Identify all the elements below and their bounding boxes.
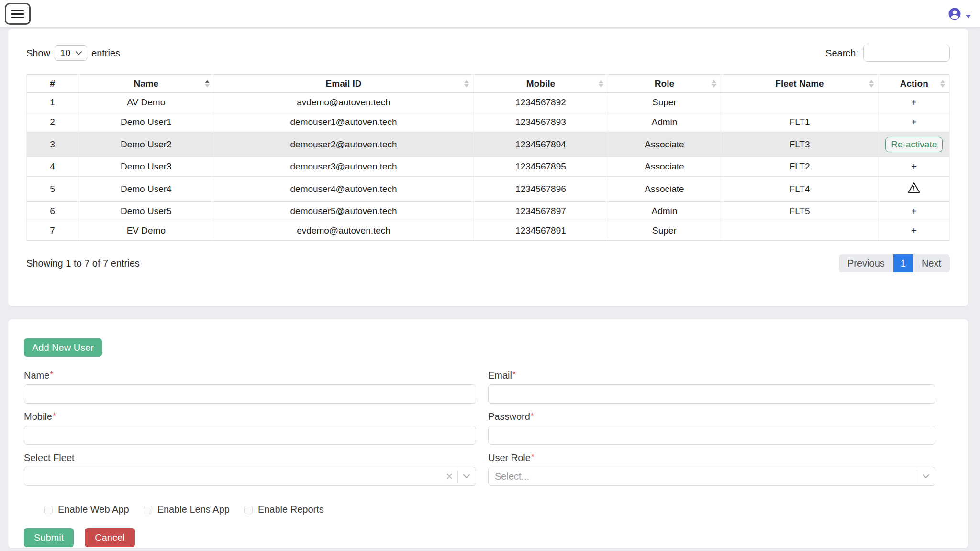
user-role-select[interactable]: Select... xyxy=(488,467,935,486)
checkbox-group-enable-web-app[interactable]: Enable Web App xyxy=(44,504,129,515)
users-table: #NameEmail IDMobileRoleFleet NameAction … xyxy=(26,74,950,241)
name-input[interactable] xyxy=(24,384,476,404)
checkbox-enable-lens-app[interactable] xyxy=(144,506,152,514)
cell-mobile: 1234567895 xyxy=(473,157,608,177)
required-marker: * xyxy=(531,452,535,461)
expand-row-button[interactable]: + xyxy=(907,97,921,108)
cell-email: evdemo@autoven.tech xyxy=(214,221,473,241)
expand-row-button[interactable]: + xyxy=(907,117,921,128)
cell-name: Demo User2 xyxy=(78,132,214,157)
cell-fleet: FLT2 xyxy=(721,157,879,177)
cell-action: + xyxy=(879,93,950,112)
add-new-user-button[interactable]: Add New User xyxy=(24,338,102,357)
expand-row-button[interactable]: + xyxy=(907,206,921,217)
table-header-row: #NameEmail IDMobileRoleFleet NameAction xyxy=(27,75,950,93)
checkbox-group-enable-reports[interactable]: Enable Reports xyxy=(244,504,324,515)
table-row: 6Demo User5demouser5@autoven.tech1234567… xyxy=(27,202,950,221)
row-number: 5 xyxy=(27,177,78,202)
page-size-select[interactable]: 10 xyxy=(55,45,87,61)
table-row: 5Demo User4demouser4@autoven.tech1234567… xyxy=(27,177,950,202)
cell-action: + xyxy=(879,112,950,132)
field-label: Email* xyxy=(488,370,935,381)
sort-asc-icon xyxy=(464,80,469,83)
clear-selection-icon[interactable]: × xyxy=(446,471,453,482)
cell-email: demouser5@autoven.tech xyxy=(214,202,473,221)
mobile-input[interactable] xyxy=(24,426,476,445)
pagination: Previous 1 Next xyxy=(839,254,950,272)
field-label-text: Name xyxy=(24,370,49,381)
row-number: 6 xyxy=(27,202,78,221)
table-row: 2Demo User1demouser1@autoven.tech1234567… xyxy=(27,112,950,132)
cell-mobile: 1234567891 xyxy=(473,221,608,241)
field-password: Password* xyxy=(488,411,935,445)
cell-role: Admin xyxy=(608,202,721,221)
field-label-text: User Role xyxy=(488,452,531,463)
column-header-[interactable]: # xyxy=(27,75,78,93)
checkbox-group-enable-lens-app[interactable]: Enable Lens App xyxy=(144,504,230,515)
column-label: Action xyxy=(900,79,928,89)
show-label: Show xyxy=(26,48,50,59)
column-header-role[interactable]: Role xyxy=(608,75,721,93)
required-marker: * xyxy=(512,370,516,379)
cell-action: + xyxy=(879,221,950,241)
sort-asc-icon xyxy=(205,80,210,83)
field-label: User Role* xyxy=(488,452,935,463)
cancel-button[interactable]: Cancel xyxy=(85,528,134,547)
cell-mobile: 1234567896 xyxy=(473,177,608,202)
column-header-email-id[interactable]: Email ID xyxy=(214,75,473,93)
menu-button[interactable] xyxy=(5,3,31,25)
submit-button[interactable]: Submit xyxy=(24,528,74,547)
field-label-text: Password xyxy=(488,411,530,422)
cell-role: Admin xyxy=(608,112,721,132)
column-header-mobile[interactable]: Mobile xyxy=(473,75,608,93)
user-menu[interactable] xyxy=(947,6,971,21)
email-input[interactable] xyxy=(488,384,935,404)
select-icons: × xyxy=(446,470,470,483)
cell-email: avdemo@autoven.tech xyxy=(214,93,473,112)
search-control: Search: xyxy=(825,45,950,62)
cell-mobile: 1234567892 xyxy=(473,93,608,112)
cell-name: Demo User1 xyxy=(78,112,214,132)
sort-desc-icon xyxy=(940,84,945,88)
table-info-status: Showing 1 to 7 of 7 entries xyxy=(26,258,140,269)
column-header-name[interactable]: Name xyxy=(78,75,214,93)
form-action-row: Submit Cancel xyxy=(24,528,935,547)
cell-name: AV Demo xyxy=(78,93,214,112)
next-page-button[interactable]: Next xyxy=(913,254,950,272)
field-select-fleet: Select Fleet× xyxy=(24,452,476,486)
column-header-fleet-name[interactable]: Fleet Name xyxy=(721,75,879,93)
checkbox-enable-reports[interactable] xyxy=(244,506,253,514)
cell-action: + xyxy=(879,202,950,221)
row-number: 1 xyxy=(27,93,78,112)
field-label-text: Email xyxy=(488,370,512,381)
expand-row-button[interactable]: + xyxy=(907,225,921,236)
search-input[interactable] xyxy=(863,45,950,62)
caret-down-icon xyxy=(965,14,971,19)
select-fleet-select[interactable]: × xyxy=(24,467,476,486)
cell-name: Demo User4 xyxy=(78,177,214,202)
reactivate-button[interactable]: Re-activate xyxy=(885,137,943,152)
cell-fleet xyxy=(721,93,879,112)
hamburger-icon xyxy=(11,10,24,11)
previous-page-button[interactable]: Previous xyxy=(839,254,893,272)
table-row: 3Demo User2demouser2@autoven.tech1234567… xyxy=(27,132,950,157)
select-divider xyxy=(457,470,458,483)
checkbox-label: Enable Web App xyxy=(58,504,129,515)
chevron-down-icon[interactable] xyxy=(463,474,470,479)
select-divider xyxy=(917,470,917,483)
checkbox-enable-web-app[interactable] xyxy=(44,506,53,514)
field-mobile: Mobile* xyxy=(24,411,476,445)
table-row: 1AV Demoavdemo@autoven.tech1234567892Sup… xyxy=(27,93,950,112)
chevron-down-icon[interactable] xyxy=(922,474,930,479)
entries-label: entries xyxy=(91,48,120,59)
page-number-button[interactable]: 1 xyxy=(893,254,913,272)
password-input[interactable] xyxy=(488,426,935,445)
warning-triangle-icon[interactable] xyxy=(908,182,920,193)
cell-name: Demo User5 xyxy=(78,202,214,221)
sort-arrows-icon xyxy=(599,80,603,88)
cell-email: demouser4@autoven.tech xyxy=(214,177,473,202)
cell-email: demouser2@autoven.tech xyxy=(214,132,473,157)
expand-row-button[interactable]: + xyxy=(907,161,921,172)
sort-arrows-icon xyxy=(869,80,874,88)
column-header-action[interactable]: Action xyxy=(879,75,950,93)
